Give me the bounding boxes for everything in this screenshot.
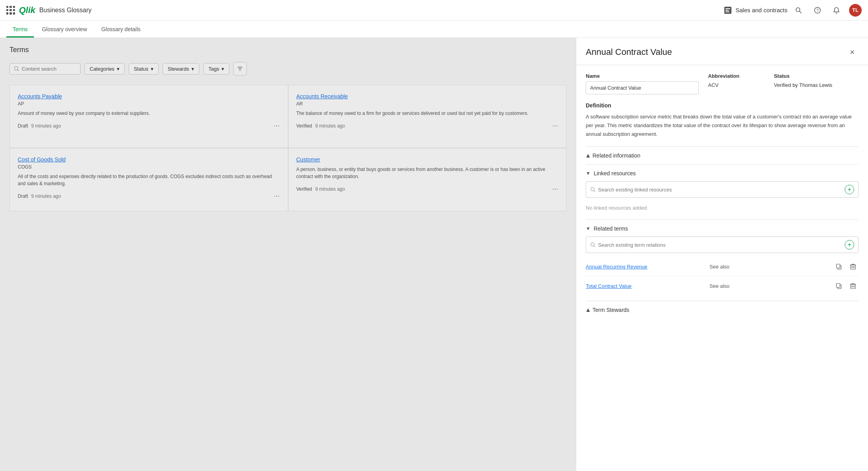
- card-description: All of the costs and expenses directly r…: [18, 173, 280, 187]
- nav-context-label: Sales and contracts: [735, 7, 787, 13]
- delete-term-button[interactable]: [847, 261, 859, 272]
- copy-term-button[interactable]: [833, 280, 844, 291]
- card-menu-button[interactable]: ···: [274, 122, 279, 130]
- linked-resources-search-input[interactable]: [598, 187, 842, 193]
- name-label: Name: [586, 73, 699, 79]
- card-cost-of-goods-sold: Cost of Goods Sold COGS All of the costs…: [9, 148, 288, 211]
- close-button[interactable]: ×: [846, 46, 859, 58]
- status-label: Status: [774, 73, 859, 79]
- main-area: Terms Categories ▾ Status ▾ Stewards ▾: [0, 38, 868, 471]
- term-actions: [833, 261, 859, 272]
- qlik-logo: Qlik: [19, 5, 36, 15]
- app-title: Business Glossary: [39, 7, 92, 14]
- drawer-header: Annual Contract Value ×: [576, 38, 868, 65]
- term-stewards-section: ▶ Term Stewards: [586, 301, 859, 319]
- svg-line-16: [594, 246, 595, 247]
- tab-bar: Terms Glossary overview Glossary details: [0, 21, 868, 38]
- cards-grid: Accounts Payable AP Amount of money owed…: [9, 85, 566, 211]
- card-status: Verified: [296, 123, 312, 129]
- related-information-header[interactable]: ▶ Related information: [586, 152, 859, 159]
- card-time: 9 minutes ago: [31, 193, 61, 199]
- categories-filter[interactable]: Categories ▾: [84, 63, 125, 75]
- card-menu-button[interactable]: ···: [552, 185, 558, 193]
- term-stewards-header[interactable]: ▶ Term Stewards: [586, 307, 859, 313]
- chevron-down-icon: ▾: [221, 66, 224, 72]
- notifications-button[interactable]: [830, 4, 843, 17]
- svg-rect-1: [726, 8, 730, 9]
- apps-icon[interactable]: [6, 6, 15, 15]
- tab-glossary-overview[interactable]: Glossary overview: [36, 22, 93, 38]
- help-button[interactable]: ?: [811, 4, 824, 17]
- card-title[interactable]: Cost of Goods Sold: [18, 156, 280, 163]
- card-accounts-receivable: Accounts Receivable AR The balance of mo…: [288, 85, 567, 148]
- card-menu-button[interactable]: ···: [552, 122, 558, 130]
- abbreviation-label: Abbreviation: [708, 73, 765, 79]
- search-icon: [590, 187, 596, 192]
- card-customer: Customer A person, business, or entity t…: [288, 148, 567, 211]
- chevron-down-icon: ▾: [191, 66, 194, 72]
- definition-text: A software subscription service metric t…: [586, 113, 859, 139]
- top-navigation: Qlik Business Glossary Sales and contrac…: [0, 0, 868, 21]
- card-abbr: AR: [296, 101, 559, 107]
- add-related-term-button[interactable]: +: [845, 240, 854, 250]
- search-icon: [590, 242, 596, 248]
- content-search-input[interactable]: [22, 66, 69, 72]
- nav-left: Qlik Business Glossary: [6, 5, 719, 15]
- linked-resources-label: Linked resources: [594, 170, 636, 176]
- name-field-group: Name: [586, 73, 699, 94]
- search-button[interactable]: [792, 4, 805, 17]
- card-abbr: COGS: [18, 164, 280, 170]
- card-time: 9 minutes ago: [31, 123, 61, 129]
- related-terms-search-row: +: [586, 236, 859, 253]
- card-footer: Draft 9 minutes ago ···: [18, 122, 280, 130]
- card-description: A person, business, or entity that buys …: [296, 166, 559, 180]
- linked-resources-empty: No linked resources added: [586, 202, 859, 214]
- related-information-label: Related information: [592, 152, 640, 159]
- card-title[interactable]: Accounts Receivable: [296, 93, 559, 99]
- name-input[interactable]: [586, 81, 699, 94]
- definition-label: Definition: [586, 102, 859, 109]
- chevron-icon: ▼: [586, 171, 591, 176]
- card-menu-button[interactable]: ···: [274, 192, 279, 200]
- status-field-group: Status Verified by Thomas Lewis: [774, 73, 859, 88]
- context-icon: [724, 6, 732, 15]
- chevron-icon: ▶: [585, 308, 591, 312]
- tab-terms[interactable]: Terms: [6, 22, 34, 38]
- card-title[interactable]: Customer: [296, 156, 559, 163]
- related-terms-search-input[interactable]: [598, 242, 842, 248]
- tab-glossary-details[interactable]: Glossary details: [95, 22, 147, 38]
- delete-term-button[interactable]: [847, 280, 859, 291]
- tags-filter[interactable]: Tags ▾: [203, 63, 229, 75]
- status-filter[interactable]: Status ▾: [129, 63, 159, 75]
- user-avatar[interactable]: TL: [849, 4, 862, 17]
- copy-term-button[interactable]: [833, 261, 844, 272]
- search-icon: [14, 66, 19, 71]
- add-linked-resource-button[interactable]: +: [845, 185, 854, 194]
- card-description: Amount of money owed by your company to …: [18, 110, 280, 117]
- card-status: Verified: [296, 186, 312, 192]
- term-link-annual-recurring-revenue[interactable]: Annual Recurring Revenue: [586, 264, 705, 270]
- chevron-down-icon: ▾: [151, 66, 154, 72]
- content-search-wrap[interactable]: [9, 63, 81, 75]
- term-relation: See also: [710, 264, 829, 270]
- related-term-row: Annual Recurring Revenue See also: [586, 257, 859, 276]
- abbreviation-value: ACV: [708, 81, 765, 88]
- nav-icons: ? TL: [792, 4, 862, 17]
- linked-resources-header[interactable]: ▼ Linked resources: [586, 170, 859, 176]
- svg-rect-25: [836, 283, 840, 287]
- nav-center-context[interactable]: Sales and contracts: [724, 6, 787, 15]
- related-terms-header[interactable]: ▼ Related terms: [586, 225, 859, 232]
- advanced-filter-button[interactable]: [233, 62, 247, 75]
- stewards-filter[interactable]: Stewards ▾: [163, 63, 199, 75]
- section-title: Terms: [9, 46, 566, 54]
- term-link-total-contract-value[interactable]: Total Contract Value: [586, 283, 705, 289]
- linked-resources-content: + No linked resources added: [586, 176, 859, 214]
- related-terms-label: Related terms: [594, 225, 628, 232]
- chevron-down-icon: ▾: [117, 66, 120, 72]
- related-terms-section: ▼ Related terms + Annual Recurring: [586, 220, 859, 301]
- drawer-title: Annual Contract Value: [586, 47, 672, 57]
- card-status: Draft: [18, 123, 28, 129]
- status-value: Verified by Thomas Lewis: [774, 81, 859, 88]
- card-abbr: AP: [18, 101, 280, 107]
- card-title[interactable]: Accounts Payable: [18, 93, 280, 99]
